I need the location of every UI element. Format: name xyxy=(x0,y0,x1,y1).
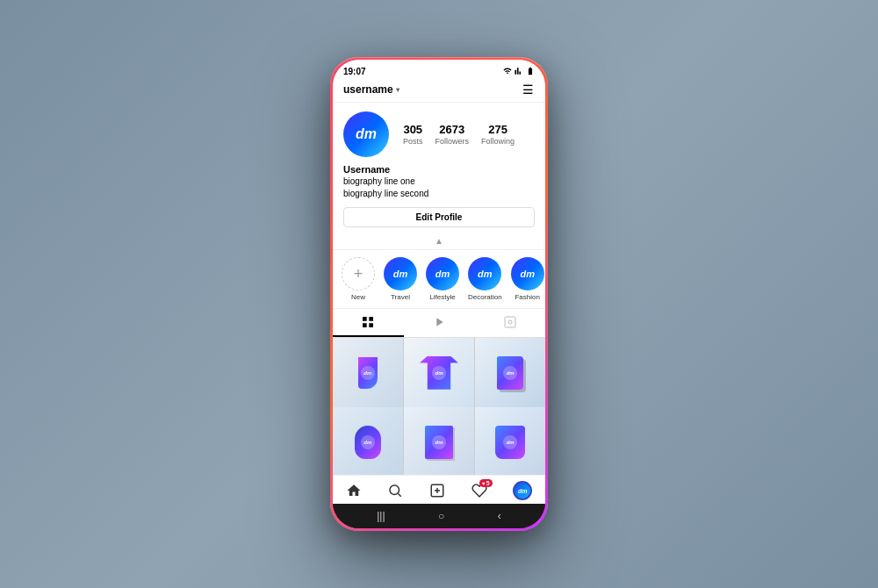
tab-tagged[interactable] xyxy=(474,309,545,337)
notification-badge: ♥ 5 xyxy=(479,479,492,487)
home-icon xyxy=(346,483,362,498)
story-lifestyle-label: Lifestyle xyxy=(429,293,455,301)
following-count: 275 xyxy=(488,123,507,137)
stat-followers: 2673 Followers xyxy=(435,123,470,146)
tab-grid[interactable] xyxy=(333,309,404,337)
story-new-circle[interactable]: + xyxy=(342,257,375,290)
svg-point-2 xyxy=(390,485,399,495)
profile-section: dm 305 Posts 2673 Followers 275 xyxy=(333,103,545,234)
story-fashion-label: Fashion xyxy=(515,293,539,301)
collapse-bar[interactable]: ▲ xyxy=(333,234,545,250)
product-logo-3: dm xyxy=(503,366,517,380)
nav-heart[interactable]: ♥ 5 xyxy=(471,483,487,498)
collapse-arrow-icon: ▲ xyxy=(435,236,443,246)
app-header: username ▾ ☰ xyxy=(333,79,545,103)
android-recent-button[interactable]: ||| xyxy=(377,510,385,522)
grid-cell-4[interactable]: dm xyxy=(333,407,403,475)
story-item-lifestyle[interactable]: dm Lifestyle xyxy=(426,257,459,301)
signal-icon xyxy=(515,67,523,75)
story-fashion-letters: dm xyxy=(520,269,535,279)
badge-count: 5 xyxy=(486,480,490,486)
product-logo-4: dm xyxy=(361,435,375,449)
profile-name: Username xyxy=(343,164,535,175)
grid-cell-3[interactable]: dm xyxy=(475,338,545,408)
svg-point-1 xyxy=(508,320,512,324)
story-item-decoration[interactable]: dm Decoration xyxy=(468,257,502,301)
product-logo-5: dm xyxy=(432,435,446,449)
dropdown-arrow-icon: ▾ xyxy=(396,86,399,94)
battery-icon xyxy=(526,67,535,75)
nav-profile-avatar: dm xyxy=(513,481,532,500)
profile-bio-line2: biography line second xyxy=(343,188,535,200)
phone-frame: 19:07 username ▾ ☰ dm xyxy=(330,57,548,531)
story-fashion-circle[interactable]: dm xyxy=(511,257,544,290)
bottom-nav: ♥ 5 dm xyxy=(333,475,545,504)
posts-label: Posts xyxy=(403,137,423,146)
story-lifestyle-circle[interactable]: dm xyxy=(426,257,459,290)
grid-cell-5[interactable]: dm xyxy=(404,407,474,475)
content-tabs xyxy=(333,309,545,338)
story-decoration-letters: dm xyxy=(478,269,493,279)
phone-inner: 19:07 username ▾ ☰ dm xyxy=(333,60,545,528)
grid-cell-2[interactable]: dm xyxy=(404,338,474,408)
nav-search[interactable] xyxy=(387,483,403,498)
android-home-button[interactable]: ○ xyxy=(438,510,444,522)
stat-posts: 305 Posts xyxy=(403,123,423,146)
tab-video[interactable] xyxy=(404,309,475,337)
story-new-label: New xyxy=(351,293,365,301)
svg-line-3 xyxy=(399,493,401,496)
tag-icon xyxy=(503,315,517,329)
story-travel-letters: dm xyxy=(393,269,408,279)
followers-count: 2673 xyxy=(439,123,464,137)
grid-cell-1[interactable]: dm xyxy=(333,338,403,408)
nav-profile[interactable]: dm xyxy=(513,481,532,500)
nav-add[interactable] xyxy=(429,483,445,498)
nav-avatar-letters: dm xyxy=(518,488,528,494)
avatar-letters: dm xyxy=(356,126,377,142)
status-icons xyxy=(503,67,535,75)
story-decoration-circle[interactable]: dm xyxy=(468,257,501,290)
android-back-button[interactable]: ‹ xyxy=(498,510,501,522)
stories-row: + New dm Travel dm Lifestyle xyxy=(333,250,545,309)
avatar[interactable]: dm xyxy=(343,111,389,157)
hamburger-menu-icon[interactable]: ☰ xyxy=(522,82,535,97)
following-label: Following xyxy=(481,137,515,146)
story-item-new[interactable]: + New xyxy=(342,257,375,301)
android-nav-bar: ||| ○ ‹ xyxy=(333,504,545,528)
wifi-icon xyxy=(503,67,512,75)
photo-grid: dm dm xyxy=(333,338,545,475)
username-dropdown[interactable]: username ▾ xyxy=(343,83,399,96)
status-bar: 19:07 xyxy=(333,60,545,79)
story-item-fashion[interactable]: dm Fashion xyxy=(511,257,544,301)
story-travel-label: Travel xyxy=(391,293,410,301)
profile-bio-line1: biography line one xyxy=(343,176,535,188)
nav-home[interactable] xyxy=(346,483,362,498)
profile-top: dm 305 Posts 2673 Followers 275 xyxy=(343,111,535,157)
stat-following: 275 Following xyxy=(481,123,515,146)
video-icon xyxy=(432,315,446,329)
product-logo-2: dm xyxy=(432,366,446,380)
product-logo-1: dm xyxy=(361,366,375,380)
story-travel-circle[interactable]: dm xyxy=(384,257,417,290)
posts-count: 305 xyxy=(403,123,422,137)
story-lifestyle-letters: dm xyxy=(435,269,450,279)
followers-label: Followers xyxy=(435,137,470,146)
edit-profile-button[interactable]: Edit Profile xyxy=(343,207,535,227)
status-time: 19:07 xyxy=(343,67,366,76)
header-username: username xyxy=(343,83,393,96)
phone-screen: 19:07 username ▾ ☰ dm xyxy=(333,60,545,504)
grid-cell-6[interactable]: dm xyxy=(475,407,545,475)
search-icon xyxy=(387,483,403,498)
profile-info: Username biography line one biography li… xyxy=(343,164,535,200)
stats-row: 305 Posts 2673 Followers 275 Following xyxy=(403,123,535,146)
story-decoration-label: Decoration xyxy=(468,293,502,301)
grid-icon xyxy=(361,315,375,329)
product-logo-6: dm xyxy=(503,435,517,449)
story-item-travel[interactable]: dm Travel xyxy=(384,257,417,301)
add-icon xyxy=(429,483,445,498)
badge-heart-icon: ♥ xyxy=(482,481,486,486)
